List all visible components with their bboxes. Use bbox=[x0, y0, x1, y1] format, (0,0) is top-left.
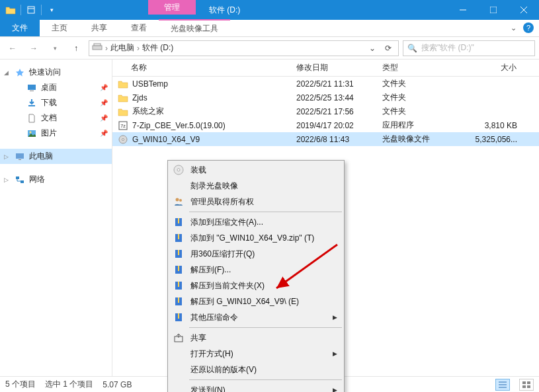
zip-icon bbox=[172, 247, 185, 260]
folder-icon bbox=[118, 106, 128, 117]
file-row[interactable]: G_WIN10_X64_V92022/6/8 11:43光盘映像文件5,325,… bbox=[112, 132, 539, 146]
nav-label: 桌面 bbox=[41, 82, 57, 93]
blank-icon bbox=[172, 383, 185, 392]
refresh-icon[interactable]: ⟳ bbox=[381, 44, 395, 53]
menu-item[interactable]: 打开方式(H)▶ bbox=[169, 346, 343, 362]
context-menu: 装载刻录光盘映像管理员取得所有权添加到压缩文件(A)...添加到 "G_WIN1… bbox=[167, 160, 345, 392]
file-row[interactable]: USBTemp2022/5/21 11:31文件夹 bbox=[112, 77, 539, 91]
menu-item[interactable]: 解压到(F)... bbox=[169, 262, 343, 278]
zip-icon bbox=[172, 295, 185, 308]
menu-item[interactable]: 还原以前的版本(V) bbox=[169, 362, 343, 377]
tab-share[interactable]: 共享 bbox=[79, 20, 119, 36]
svg-rect-14 bbox=[16, 176, 19, 179]
menu-item[interactable]: 发送到(N)▶ bbox=[169, 382, 343, 392]
close-button[interactable] bbox=[509, 0, 539, 20]
svg-point-19 bbox=[122, 138, 124, 140]
menu-item[interactable]: 其他压缩命令▶ bbox=[169, 309, 343, 325]
tab-view[interactable]: 查看 bbox=[119, 20, 159, 36]
file-tab[interactable]: 文件 bbox=[0, 20, 40, 36]
minimize-button[interactable] bbox=[448, 0, 478, 20]
qat-dropdown-icon[interactable]: ▾ bbox=[45, 3, 58, 17]
nav-network[interactable]: ▷ 网络 bbox=[0, 172, 112, 187]
svg-point-28 bbox=[177, 169, 180, 171]
chevron-down-icon[interactable]: ◢ bbox=[4, 69, 11, 76]
svg-rect-38 bbox=[178, 266, 179, 271]
large-icons-view-button[interactable] bbox=[519, 379, 534, 391]
svg-rect-0 bbox=[28, 7, 34, 13]
back-button[interactable]: ← bbox=[4, 40, 21, 57]
search-input[interactable]: 🔍 搜索"软件 (D:)" bbox=[403, 40, 535, 56]
nav-pictures[interactable]: 图片📌 bbox=[0, 126, 112, 141]
svg-rect-7 bbox=[94, 44, 101, 46]
menu-label: 发送到(N) bbox=[190, 385, 226, 393]
file-name: USBTemp bbox=[132, 79, 168, 89]
menu-item[interactable]: 添加到 "G_WIN10_X64_V9.zip" (T) bbox=[169, 230, 343, 246]
file-size: 3,810 KB bbox=[456, 121, 522, 130]
nav-desktop[interactable]: 桌面📌 bbox=[0, 80, 112, 95]
blank-icon bbox=[172, 363, 185, 376]
ribbon-collapse-icon[interactable]: ⌄ bbox=[511, 24, 517, 32]
maximize-button[interactable] bbox=[478, 0, 509, 20]
file-date: 2022/5/21 11:31 bbox=[291, 79, 377, 89]
chevron-right-icon: ▶ bbox=[333, 387, 337, 392]
menu-item[interactable]: 添加到压缩文件(A)... bbox=[169, 214, 343, 230]
menu-label: 用360压缩打开(Q) bbox=[190, 249, 255, 260]
address-bar[interactable]: › 此电脑 › 软件 (D:) ⌄ ⟳ bbox=[89, 40, 399, 56]
menu-label: 解压到当前文件夹(X) bbox=[190, 280, 265, 292]
menu-item[interactable]: 解压到当前文件夹(X) bbox=[169, 278, 343, 294]
nav-documents[interactable]: 文档📌 bbox=[0, 110, 112, 126]
column-name[interactable]: 名称 bbox=[112, 62, 291, 73]
address-dropdown-icon[interactable]: ⌄ bbox=[365, 44, 380, 53]
up-button[interactable]: ↑ bbox=[67, 40, 85, 57]
column-size[interactable]: 大小 bbox=[456, 62, 522, 73]
chevron-right-icon[interactable]: ▷ bbox=[4, 176, 11, 183]
menu-item[interactable]: 刻录光盘映像 bbox=[169, 178, 343, 194]
menu-item[interactable]: 装载 bbox=[169, 162, 343, 178]
nav-quick-access[interactable]: ◢ 快速访问 bbox=[0, 65, 112, 80]
nav-this-pc[interactable]: ▷ 此电脑 bbox=[0, 149, 112, 164]
svg-rect-42 bbox=[178, 297, 179, 303]
svg-rect-23 bbox=[522, 381, 526, 384]
svg-rect-8 bbox=[28, 85, 36, 90]
7z-icon: 7z bbox=[118, 120, 128, 131]
chevron-right-icon: ▶ bbox=[333, 314, 337, 321]
breadcrumb-this-pc[interactable]: 此电脑 bbox=[110, 42, 134, 54]
menu-item[interactable]: 管理员取得所有权 bbox=[169, 194, 343, 210]
menu-label: 装载 bbox=[190, 165, 206, 176]
menu-item[interactable]: 共享 bbox=[169, 330, 343, 346]
svg-point-29 bbox=[176, 198, 179, 202]
window-title: 软件 (D:) bbox=[196, 5, 448, 16]
menu-item[interactable]: 用360压缩打开(Q) bbox=[169, 246, 343, 262]
menu-label: 共享 bbox=[190, 333, 206, 344]
tab-home[interactable]: 主页 bbox=[40, 20, 79, 36]
help-icon[interactable]: ? bbox=[523, 22, 534, 33]
blank-icon bbox=[172, 179, 185, 192]
file-row[interactable]: Zjds2022/5/25 13:44文件夹 bbox=[112, 91, 539, 104]
nav-downloads[interactable]: 下载📌 bbox=[0, 95, 112, 110]
column-date[interactable]: 修改日期 bbox=[291, 62, 377, 73]
svg-rect-25 bbox=[522, 385, 526, 388]
chevron-right-icon[interactable]: ▷ bbox=[4, 153, 11, 160]
address-bar-row: ← → ▾ ↑ › 此电脑 › 软件 (D:) ⌄ ⟳ 🔍 搜索"软件 (D:)… bbox=[0, 37, 539, 59]
svg-text:7z: 7z bbox=[120, 124, 126, 128]
column-type[interactable]: 类型 bbox=[377, 62, 456, 73]
disc-icon bbox=[172, 163, 185, 176]
tab-disc-image-tools[interactable]: 光盘映像工具 bbox=[159, 19, 230, 36]
forward-button[interactable]: → bbox=[25, 40, 42, 57]
folder-icon bbox=[118, 93, 128, 103]
picture-icon bbox=[26, 128, 37, 139]
recent-locations-button[interactable]: ▾ bbox=[46, 40, 63, 57]
chevron-right-icon[interactable]: › bbox=[104, 44, 109, 53]
chevron-right-icon[interactable]: › bbox=[136, 44, 141, 53]
file-row[interactable]: 系统之家2022/5/21 17:56文件夹 bbox=[112, 104, 539, 118]
menu-item[interactable]: 解压到 G_WIN10_X64_V9\ (E) bbox=[169, 294, 343, 309]
file-name: Zjds bbox=[132, 93, 147, 102]
svg-rect-6 bbox=[93, 46, 102, 50]
breadcrumb-drive[interactable]: 软件 (D:) bbox=[142, 42, 173, 54]
navigation-pane: ◢ 快速访问 桌面📌 下载📌 文档📌 图片📌 ▷ 此电脑 ▷ 网络 bbox=[0, 59, 112, 376]
nav-label: 图片 bbox=[41, 128, 57, 139]
zip-icon bbox=[172, 279, 185, 292]
details-view-button[interactable] bbox=[495, 379, 510, 391]
properties-icon[interactable] bbox=[24, 3, 38, 17]
file-row[interactable]: 7z7-Zip_CBE_Ver.5.0(19.00)2019/4/17 20:0… bbox=[112, 118, 539, 132]
